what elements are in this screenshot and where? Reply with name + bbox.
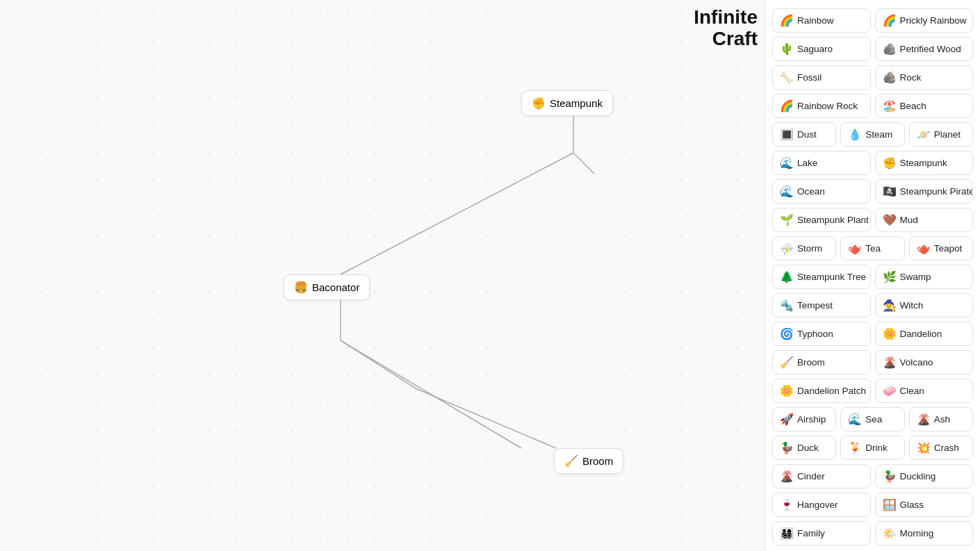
sidebar-item-ash[interactable]: 🌋Ash bbox=[909, 407, 973, 431]
canvas-node-baconator[interactable]: 🍔Baconator bbox=[284, 274, 370, 300]
sidebar-item-steampunk-pirate[interactable]: 🏴‍☠️Steampunk Pirate bbox=[875, 179, 974, 204]
item-emoji: 🫖 bbox=[848, 242, 862, 255]
sidebar-row-2: 🦴Fossil🪨Rock bbox=[772, 65, 973, 90]
item-emoji: 🌈 bbox=[883, 14, 897, 27]
item-emoji: 🪨 bbox=[883, 71, 897, 84]
canvas-node-steampunk[interactable]: ✊Steampunk bbox=[521, 90, 613, 116]
item-emoji: 🪐 bbox=[917, 128, 931, 141]
sidebar-row-1: 🌵Saguaro🪨Petrified Wood bbox=[772, 37, 973, 61]
svg-line-2 bbox=[573, 153, 594, 174]
sidebar-row-6: 🌊Ocean🏴‍☠️Steampunk Pirate bbox=[772, 179, 973, 204]
item-label: Witch bbox=[900, 300, 924, 311]
sidebar-item-family[interactable]: 👨‍👩‍👧‍👦Family bbox=[772, 521, 871, 545]
sidebar-item-volcano[interactable]: 🌋Volcano bbox=[875, 350, 974, 375]
sidebar-item-crash[interactable]: 💥Crash bbox=[909, 436, 973, 460]
sidebar-item-rock[interactable]: 🪨Rock bbox=[875, 65, 974, 90]
sidebar-item-cinder[interactable]: 🌋Cinder bbox=[772, 464, 871, 488]
sidebar-item-rainbow[interactable]: 🌈Rainbow bbox=[772, 8, 871, 33]
sidebar-item-witch[interactable]: 🧙Witch bbox=[875, 293, 974, 318]
sidebar-item-dust[interactable]: 🔳Dust bbox=[772, 122, 836, 147]
item-label: Dust bbox=[797, 129, 817, 140]
item-emoji: 💧 bbox=[848, 128, 862, 141]
sidebar-row-15: 🦆Duck🍹Drink💥Crash bbox=[772, 436, 973, 460]
sidebar-row-13: 🌼Dandelion Patch🧼Clean bbox=[772, 379, 973, 403]
sidebar-item-dandelion[interactable]: 🌼Dandelion bbox=[875, 322, 974, 346]
item-emoji: 🌵 bbox=[780, 42, 794, 56]
sidebar-item-duck[interactable]: 🦆Duck bbox=[772, 436, 836, 460]
sidebar-item-rainbow-rock[interactable]: 🌈Rainbow Rock bbox=[772, 94, 871, 118]
sidebar-row-9: 🌲Steampunk Tree🌿Swamp bbox=[772, 265, 973, 289]
sidebar-item-tempest[interactable]: 🔩Tempest bbox=[772, 293, 871, 318]
item-label: Volcano bbox=[900, 357, 933, 368]
canvas-area[interactable]: Infinite Craft ✊Steampunk🍔Baconator🧹Broo… bbox=[0, 0, 765, 551]
sidebar-item-sea[interactable]: 🌊Sea bbox=[840, 407, 904, 431]
item-label: Steampunk Tree bbox=[797, 272, 866, 282]
sidebar-item-tea[interactable]: 🫖Tea bbox=[840, 236, 904, 261]
sidebar-row-5: 🌊Lake✊Steampunk bbox=[772, 151, 973, 175]
sidebar-item-morning[interactable]: 🌤️Morning bbox=[875, 521, 974, 545]
sidebar: 🌈Rainbow🌈Prickly Rainbow🌵Saguaro🪨Petrifi… bbox=[765, 0, 980, 551]
item-label: Ocean bbox=[797, 186, 825, 197]
sidebar-row-18: 👨‍👩‍👧‍👦Family🌤️Morning bbox=[772, 521, 973, 545]
sidebar-item-steam[interactable]: 💧Steam bbox=[840, 122, 904, 147]
item-emoji: 🌊 bbox=[848, 413, 862, 426]
item-emoji: 🔩 bbox=[780, 299, 794, 312]
item-emoji: 🌋 bbox=[780, 470, 794, 483]
sidebar-item-ocean[interactable]: 🌊Ocean bbox=[772, 179, 871, 204]
sidebar-row-14: 🚀Airship🌊Sea🌋Ash bbox=[772, 407, 973, 431]
sidebar-item-swamp[interactable]: 🌿Swamp bbox=[875, 265, 974, 289]
item-label: Petrified Wood bbox=[900, 44, 961, 54]
sidebar-item-glass[interactable]: 🪟Glass bbox=[875, 493, 974, 517]
sidebar-item-steampunk-plant[interactable]: 🌱Steampunk Plant bbox=[772, 208, 871, 232]
item-label: Tempest bbox=[797, 300, 833, 311]
item-label: Typhoon bbox=[797, 329, 833, 339]
sidebar-row-12: 🧹Broom🌋Volcano bbox=[772, 350, 973, 375]
item-label: Rainbow bbox=[797, 15, 834, 26]
item-label: Sea bbox=[865, 414, 882, 425]
item-label: Broom bbox=[797, 357, 825, 368]
sidebar-item-clean[interactable]: 🧼Clean bbox=[875, 379, 974, 403]
sidebar-item-duckling[interactable]: 🦆Duckling bbox=[875, 464, 974, 488]
sidebar-item-teapot[interactable]: 🫖Teapot bbox=[909, 236, 973, 261]
item-label: Tea bbox=[865, 243, 881, 254]
item-emoji: 🔳 bbox=[780, 128, 794, 141]
item-label: Morning bbox=[900, 528, 934, 538]
sidebar-row-10: 🔩Tempest🧙Witch bbox=[772, 293, 973, 318]
sidebar-item-steampunk-tree[interactable]: 🌲Steampunk Tree bbox=[772, 265, 871, 289]
svg-line-6 bbox=[341, 340, 521, 448]
item-label: Rainbow Rock bbox=[797, 101, 858, 111]
sidebar-item-planet[interactable]: 🪐Planet bbox=[909, 122, 973, 147]
sidebar-item-airship[interactable]: 🚀Airship bbox=[772, 407, 836, 431]
item-label: Drink bbox=[865, 443, 888, 453]
sidebar-item-hangover[interactable]: 🍷Hangover bbox=[772, 493, 871, 517]
sidebar-item-mud[interactable]: 🤎Mud bbox=[875, 208, 974, 232]
item-label: Airship bbox=[797, 414, 826, 425]
item-emoji: 🧹 bbox=[780, 356, 794, 369]
item-label: Planet bbox=[934, 129, 961, 140]
sidebar-item-saguaro[interactable]: 🌵Saguaro bbox=[772, 37, 871, 61]
item-label: Hangover bbox=[797, 500, 838, 510]
item-emoji: 🍷 bbox=[780, 498, 794, 511]
item-emoji: 🦆 bbox=[883, 470, 897, 483]
sidebar-item-storm[interactable]: ⛈️Storm bbox=[772, 236, 836, 261]
item-emoji: ⛈️ bbox=[780, 242, 794, 255]
sidebar-item-dandelion-patch[interactable]: 🌼Dandelion Patch bbox=[772, 379, 871, 403]
sidebar-item-typhoon[interactable]: 🌀Typhoon bbox=[772, 322, 871, 346]
sidebar-row-8: ⛈️Storm🫖Tea🫖Teapot bbox=[772, 236, 973, 261]
sidebar-item-beach[interactable]: 🏖️Beach bbox=[875, 94, 974, 118]
item-label: Dandelion bbox=[900, 329, 942, 339]
sidebar-item-prickly-rainbow[interactable]: 🌈Prickly Rainbow bbox=[875, 8, 974, 33]
item-emoji: 🌊 bbox=[780, 185, 794, 198]
sidebar-item-petrified-wood[interactable]: 🪨Petrified Wood bbox=[875, 37, 974, 61]
sidebar-item-steampunk[interactable]: ✊Steampunk bbox=[875, 151, 974, 175]
sidebar-item-broom[interactable]: 🧹Broom bbox=[772, 350, 871, 375]
sidebar-item-fossil[interactable]: 🦴Fossil bbox=[772, 65, 871, 90]
canvas-node-broom[interactable]: 🧹Broom bbox=[554, 448, 623, 474]
svg-line-5 bbox=[417, 389, 556, 448]
item-label: Steampunk bbox=[900, 158, 947, 168]
sidebar-item-drink[interactable]: 🍹Drink bbox=[840, 436, 904, 460]
item-label: Steampunk Plant bbox=[797, 215, 869, 225]
item-emoji: 🫖 bbox=[917, 242, 931, 255]
item-emoji: 🌊 bbox=[780, 156, 794, 170]
sidebar-item-lake[interactable]: 🌊Lake bbox=[772, 151, 871, 175]
